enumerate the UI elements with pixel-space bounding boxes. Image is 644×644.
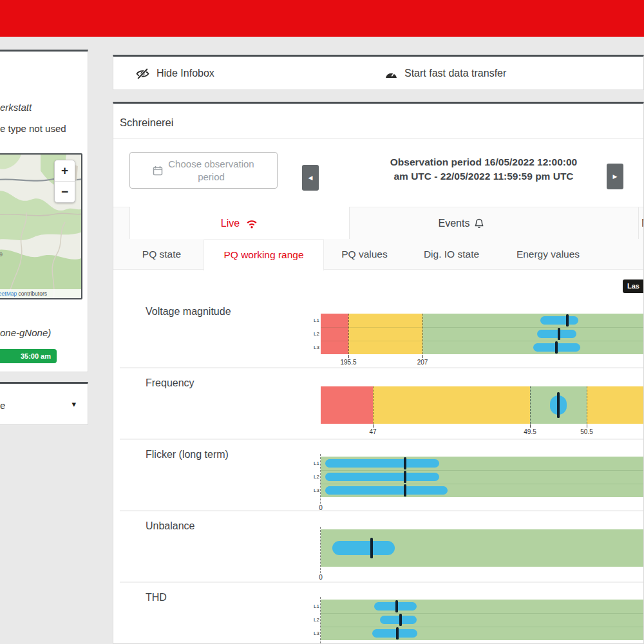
measurement-value-tick [399, 614, 402, 626]
map-zoom-in-button[interactable]: + [55, 160, 75, 181]
device-main-panel: Schreinerei Choose observationperiod ◀ O… [113, 102, 644, 644]
channel-label: L3 [310, 345, 319, 350]
threshold-dashed-line [422, 314, 423, 354]
start-fast-data-transfer-label: Start fast data transfer [404, 68, 506, 79]
gauge-row: Voltage magnitudeL1L2L3195.5207 [113, 297, 644, 368]
map-attribution-suffix: contributors [17, 290, 47, 297]
measurement-value-tick [396, 627, 399, 639]
subtab-pq-working-range[interactable]: PQ working range [204, 239, 324, 270]
axis-tick [348, 355, 349, 358]
channel-label: L1 [310, 603, 319, 609]
subtab-energy-values[interactable]: Energy values [509, 239, 587, 269]
previous-period-button[interactable]: ◀ [302, 165, 319, 191]
measurement-value-tick [404, 471, 406, 483]
subtab-pq-state[interactable]: PQ state [136, 239, 187, 269]
gauge-row: Flicker (long term)L1L2L30 [113, 440, 644, 511]
channel-label: L1 [310, 317, 319, 323]
map-attribution: reetMap contributors [0, 289, 81, 298]
gauge-label: Voltage magnitude [146, 306, 231, 317]
choose-observation-period-label: Choose observationperiod [168, 158, 254, 184]
title-divider [113, 138, 643, 139]
measurement-value-tick [557, 392, 560, 418]
observation-period-text: Observation period 16/05/2022 12:00:00 a… [366, 155, 601, 184]
gauge-row: Frequency4749.550.5 [113, 368, 644, 440]
measurement-value-tick [555, 341, 558, 354]
group-name-fragment: one-gNone) [0, 327, 51, 338]
measurement-range-bar [540, 316, 578, 325]
channel-separator [321, 327, 644, 328]
gauge-track: L1L2L30 [321, 457, 644, 497]
next-period-button[interactable]: ▶ [607, 164, 623, 189]
gauge-label: Flicker (long term) [146, 449, 229, 460]
gauge-track: L1L2L3195.5207 [321, 314, 644, 354]
main-tabs: Live Events M [113, 207, 643, 240]
choose-observation-period-button[interactable]: Choose observationperiod [129, 152, 278, 189]
tab-events[interactable]: Events [348, 207, 574, 240]
measurement-range-bar [332, 541, 395, 555]
gauge-label: Unbalance [146, 520, 195, 532]
channel-separator [321, 613, 644, 614]
gauge-track: L1L2L30 [321, 600, 644, 640]
axis-tick-label: 207 [408, 359, 437, 366]
measurement-value-tick [566, 314, 569, 327]
tab-live-label: Live [221, 218, 240, 229]
tab-events-label: Events [439, 218, 470, 229]
zero-dashed-line [320, 527, 321, 573]
device-type-note: e type not used [0, 123, 66, 134]
eye-off-icon [135, 68, 150, 80]
sidebar-dropdown-panel[interactable]: e ▾ [0, 382, 88, 425]
bell-icon [475, 218, 484, 229]
last-interval-badge[interactable]: Las [623, 279, 644, 293]
map-zoom-out-button[interactable]: − [55, 182, 75, 202]
zero-label: 0 [307, 574, 335, 581]
caret-down-icon: ▾ [71, 399, 76, 409]
gauge-track: 4749.550.5 [321, 386, 644, 424]
gauge-segment-green [321, 600, 644, 640]
subtab-dig-io-state[interactable]: Dig. IO state [416, 239, 487, 269]
channel-label: L2 [310, 474, 319, 480]
measurement-range-bar [372, 629, 417, 638]
channel-separator [321, 627, 644, 627]
chevron-right-icon: ▶ [613, 173, 618, 180]
tab-live[interactable]: Live [129, 207, 350, 240]
threshold-dashed-line [587, 386, 587, 424]
sidebar-info-panel: erkstatt e type not used 9 + − reet [0, 50, 88, 372]
map[interactable]: 9 + − reetMap contributors [0, 153, 82, 299]
channel-label: L2 [310, 617, 319, 623]
gauge-segment-yellow [373, 386, 530, 424]
axis-tick [587, 424, 587, 428]
tab-more-label: M [641, 218, 644, 229]
speedometer-icon [384, 68, 398, 79]
zero-label: 0 [307, 504, 335, 511]
gauge-label: THD [146, 592, 167, 603]
gauge-segment-red [321, 314, 348, 354]
channel-label: L2 [310, 331, 319, 337]
threshold-dashed-line [348, 314, 349, 354]
calendar-icon [153, 166, 163, 176]
measurement-range-bar [380, 616, 417, 624]
measurement-range-bar [325, 459, 439, 468]
gauge-segment-yellow [348, 314, 422, 354]
map-place-label: 9 [0, 251, 3, 258]
channel-separator [321, 484, 644, 484]
subtab-pq-values[interactable]: PQ values [336, 239, 393, 269]
axis-tick-label: 195.5 [334, 359, 363, 366]
axis-tick [373, 424, 374, 428]
measurement-value-tick [395, 600, 398, 612]
channel-separator [321, 470, 644, 471]
start-fast-data-transfer-button[interactable]: Start fast data transfer [381, 57, 510, 90]
gauge-row: Unbalance0 [113, 511, 644, 583]
station-name-fragment: erkstatt [0, 102, 32, 113]
axis-tick [530, 424, 531, 428]
channel-label: L3 [310, 630, 319, 636]
gauge-track: 0 [321, 529, 644, 567]
map-attribution-link[interactable]: reetMap [0, 290, 17, 297]
tab-more-fragment[interactable]: M [638, 207, 644, 240]
zero-dashed-line [320, 454, 321, 504]
measurement-value-tick [558, 328, 560, 340]
info-toolbar: Hide Infobox Start fast data transfer [113, 55, 644, 90]
chevron-left-icon: ◀ [308, 175, 313, 181]
gauge-label: Frequency [146, 377, 194, 389]
axis-tick-label: 47 [359, 428, 387, 435]
hide-infobox-button[interactable]: Hide Infobox [131, 57, 218, 90]
